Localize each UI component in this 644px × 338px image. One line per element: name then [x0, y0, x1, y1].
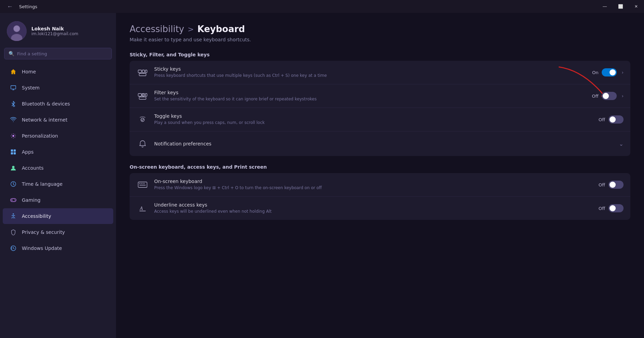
system-icon [10, 84, 17, 91]
svg-rect-31 [141, 183, 143, 184]
sidebar-item-personalization[interactable]: Personalization [3, 128, 113, 144]
filter-keys-chevron: › [621, 93, 624, 99]
sidebar-item-gaming[interactable]: Gaming [3, 192, 113, 208]
sticky-keys-row[interactable]: Sticky keys Press keyboard shortcuts tha… [130, 61, 630, 84]
svg-text:A: A [140, 206, 143, 211]
breadcrumb-parent[interactable]: Accessibility [130, 24, 184, 34]
svg-rect-26 [139, 97, 146, 99]
sidebar-item-bluetooth-label: Bluetooth & devices [22, 101, 70, 107]
user-email: im.loki121@gmail.com [31, 31, 78, 36]
toggle-keys-row[interactable]: Toggle keys Play a sound when you press … [130, 108, 630, 131]
sidebar-item-personalization-label: Personalization [22, 133, 58, 139]
apps-icon [10, 148, 17, 156]
notification-prefs-label: Notification preferences [154, 141, 614, 146]
on-screen-keyboard-text: On-screen keyboard Press the Windows log… [154, 179, 593, 191]
user-profile[interactable]: Lokesh Naik im.loki121@gmail.com [0, 13, 116, 48]
toggle-keys-name: Toggle keys [154, 113, 593, 119]
user-name: Lokesh Naik [31, 26, 78, 31]
underline-access-keys-row[interactable]: A Underline access keys Access keys will… [130, 197, 630, 220]
svg-rect-20 [142, 70, 145, 73]
sidebar-nav: Home System [0, 64, 116, 256]
sidebar-item-privacy-label: Privacy & security [22, 229, 65, 235]
svg-rect-23 [138, 94, 142, 96]
underline-access-keys-desc: Access keys will be underlined even when… [154, 209, 593, 214]
section2-title: On-screen keyboard, access keys, and Pri… [130, 164, 630, 170]
sidebar-item-privacy[interactable]: Privacy & security [3, 224, 113, 240]
toggle-keys-toggle-knob [610, 116, 616, 123]
sidebar-item-home-label: Home [22, 69, 36, 74]
filter-keys-control: Off › [592, 92, 624, 100]
sidebar-item-time[interactable]: Time & language [3, 176, 113, 192]
svg-rect-22 [139, 73, 146, 76]
sidebar-item-home[interactable]: Home [3, 64, 113, 80]
on-screen-keyboard-toggle[interactable] [609, 181, 624, 189]
user-info: Lokesh Naik im.loki121@gmail.com [31, 26, 78, 36]
svg-rect-10 [14, 152, 16, 154]
toggle-keys-icon [136, 113, 149, 126]
sidebar-item-windows-update[interactable]: Windows Update [3, 240, 113, 256]
sidebar-item-accounts-label: Accounts [22, 165, 44, 171]
underline-access-keys-status: Off [599, 206, 605, 211]
on-screen-keyboard-row[interactable]: On-screen keyboard Press the Windows log… [130, 173, 630, 197]
notification-prefs-icon [136, 138, 149, 150]
toggle-keys-control: Off [599, 115, 624, 124]
underline-access-keys-toggle[interactable] [609, 204, 624, 212]
sidebar-item-update-label: Windows Update [22, 245, 62, 251]
sidebar-item-network-label: Network & internet [22, 117, 68, 123]
filter-keys-name: Filter keys [154, 90, 586, 95]
toggle-keys-desc: Play a sound when you press caps, num, o… [154, 120, 593, 126]
sidebar-item-accounts[interactable]: Accounts [3, 160, 113, 176]
sidebar-item-accessibility[interactable]: Accessibility [3, 208, 113, 224]
filter-keys-text: Filter keys Set the sensitivity of the k… [154, 90, 586, 102]
on-screen-keyboard-desc: Press the Windows logo key ⊞ + Ctrl + O … [154, 185, 593, 191]
network-icon [10, 116, 17, 124]
sidebar: Lokesh Naik im.loki121@gmail.com 🔍 Home [0, 13, 116, 338]
underline-access-keys-icon: A [136, 202, 149, 214]
titlebar-left: ← Settings [4, 2, 37, 12]
search-box[interactable]: 🔍 [4, 48, 112, 59]
sticky-keys-toggle-knob [610, 69, 616, 75]
on-screen-keyboard-group: On-screen keyboard Press the Windows log… [130, 173, 630, 220]
filter-keys-toggle[interactable] [602, 92, 617, 100]
svg-rect-19 [138, 70, 142, 73]
underline-access-keys-name: Underline access keys [154, 202, 593, 208]
sidebar-item-apps-label: Apps [22, 149, 34, 155]
sidebar-item-time-label: Time & language [22, 181, 62, 187]
minimize-button[interactable]: — [597, 0, 613, 13]
underline-access-keys-toggle-knob [610, 205, 616, 211]
accounts-icon [10, 164, 17, 172]
underline-access-keys-control: Off [599, 204, 624, 212]
sticky-keys-control: On › [592, 68, 624, 76]
filter-keys-status: Off [592, 94, 598, 99]
svg-rect-21 [145, 70, 147, 73]
svg-rect-9 [11, 152, 13, 154]
svg-rect-25 [145, 94, 147, 96]
filter-keys-toggle-knob [603, 93, 609, 99]
personalization-icon [10, 132, 17, 140]
sidebar-item-system[interactable]: System [3, 80, 113, 96]
breadcrumb: Accessibility > Keyboard [130, 24, 630, 34]
sticky-keys-icon [136, 66, 149, 79]
sidebar-item-network[interactable]: Network & internet [3, 112, 113, 128]
close-button[interactable]: ✕ [628, 0, 644, 13]
toggle-keys-status: Off [599, 117, 605, 122]
svg-point-3 [14, 26, 20, 32]
filter-keys-icon [136, 90, 149, 102]
svg-point-16 [13, 213, 14, 215]
sidebar-item-apps[interactable]: Apps [3, 144, 113, 160]
sticky-keys-status: On [592, 70, 598, 75]
filter-keys-row[interactable]: Filter keys Set the sensitivity of the k… [130, 84, 630, 108]
sticky-keys-name: Sticky keys [154, 66, 587, 72]
sidebar-item-accessibility-label: Accessibility [22, 213, 51, 219]
maximize-button[interactable]: ⬜ [613, 0, 628, 13]
underline-access-keys-text: Underline access keys Access keys will b… [154, 202, 593, 214]
search-input[interactable] [17, 51, 107, 56]
sticky-keys-chevron: › [621, 70, 624, 75]
sticky-keys-toggle[interactable] [602, 68, 617, 76]
toggle-keys-toggle[interactable] [609, 115, 624, 124]
privacy-icon [10, 228, 17, 236]
back-button[interactable]: ← [4, 2, 16, 12]
notification-prefs-row[interactable]: Notification preferences ⌄ [130, 131, 630, 156]
sidebar-item-bluetooth[interactable]: Bluetooth & devices [3, 96, 113, 112]
home-icon [10, 68, 17, 75]
